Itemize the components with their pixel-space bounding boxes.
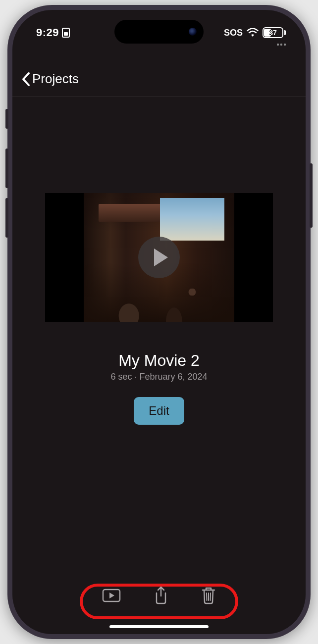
play-button[interactable] bbox=[100, 586, 123, 607]
control-dots-icon bbox=[277, 44, 286, 46]
battery-level: 37 bbox=[269, 29, 277, 37]
delete-button[interactable] bbox=[199, 585, 218, 608]
status-time: 9:29 bbox=[36, 26, 59, 39]
volume-down-button bbox=[5, 198, 8, 238]
volume-up-button bbox=[5, 149, 8, 188]
wifi-icon bbox=[247, 28, 259, 37]
dynamic-island bbox=[114, 20, 204, 44]
edit-button[interactable]: Edit bbox=[134, 397, 184, 425]
power-button bbox=[310, 163, 313, 228]
silent-switch bbox=[5, 109, 8, 129]
screen: 9:29 SOS 37 bbox=[12, 10, 306, 634]
svg-rect-1 bbox=[64, 32, 68, 36]
back-label: Projects bbox=[32, 71, 79, 87]
chevron-left-icon bbox=[21, 72, 31, 87]
bottom-toolbar bbox=[85, 579, 233, 613]
home-indicator[interactable] bbox=[109, 625, 209, 628]
battery-indicator: 37 bbox=[263, 27, 286, 38]
front-camera bbox=[189, 28, 197, 36]
play-overlay-icon bbox=[138, 237, 180, 278]
phone-frame: 9:29 SOS 37 bbox=[7, 5, 311, 639]
sim-icon bbox=[62, 28, 70, 38]
project-meta: 6 sec · February 6, 2024 bbox=[110, 372, 207, 382]
trash-icon bbox=[201, 587, 216, 604]
video-thumbnail[interactable] bbox=[45, 193, 273, 322]
share-icon bbox=[154, 586, 168, 605]
project-detail: My Movie 2 6 sec · February 6, 2024 Edit bbox=[12, 97, 306, 575]
nav-bar: Projects bbox=[12, 62, 306, 97]
play-video-icon bbox=[102, 588, 121, 603]
sos-label: SOS bbox=[224, 28, 243, 38]
back-button[interactable]: Projects bbox=[21, 71, 79, 87]
share-button[interactable] bbox=[152, 584, 170, 608]
project-title: My Movie 2 bbox=[118, 351, 200, 370]
